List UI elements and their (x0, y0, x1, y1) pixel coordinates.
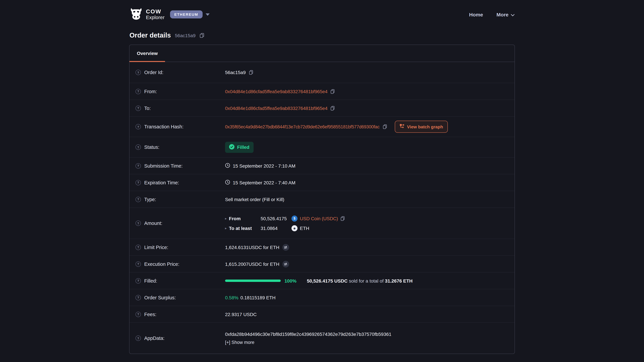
status-label: Status: (144, 144, 159, 150)
row-order-id: ? Order Id: 56ac15a9 (130, 62, 514, 83)
batch-graph-icon (399, 124, 404, 130)
help-icon[interactable]: ? (136, 278, 141, 283)
amount-label: Amount: (144, 221, 162, 226)
tab-overview[interactable]: Overview (130, 45, 165, 62)
logo-title: COW (146, 9, 164, 14)
to-address-link[interactable]: 0x04d84e1d86cfad5ffea5e9ab833276481bf965… (225, 105, 328, 111)
amount-from-value: 50,526.4175 (260, 216, 292, 221)
filled-sold-amount: 50,526.4175 USDC (307, 278, 348, 283)
row-amount-labelwrap: ? Amount: (136, 221, 225, 226)
copy-icon[interactable] (249, 70, 253, 75)
order-surplus-value: 0.18115189 ETH (240, 295, 276, 300)
row-status: ? Status: Filled (130, 137, 514, 157)
cow-explorer-logo[interactable]: COW Explorer (130, 7, 164, 21)
help-icon[interactable]: ? (136, 312, 141, 317)
nav-more-menu[interactable]: More (496, 11, 514, 17)
transaction-hash-link[interactable]: 0x35f65ec4a9d84e27bdb6844f13e7cb72d9de62… (225, 124, 380, 129)
nav-home-link[interactable]: Home (469, 11, 483, 17)
row-execution-price: ? Execution Price: 1,615.2007USDC for ET… (130, 255, 514, 272)
chevron-down-icon (511, 11, 514, 17)
type-value: Sell market order (Fill or Kill) (225, 197, 284, 202)
amount-to-value: 31.0864 (260, 225, 292, 231)
appdata-show-more[interactable]: [+] Show more (225, 340, 392, 345)
submission-time-label: Submission Time: (144, 163, 183, 168)
help-icon[interactable]: ? (136, 245, 141, 250)
row-status-labelwrap: ? Status: (136, 144, 225, 150)
copy-icon[interactable] (200, 33, 204, 38)
row-filled-labelwrap: ? Filled: (136, 278, 225, 283)
row-from-labelwrap: ? From: (136, 89, 225, 94)
help-icon[interactable]: ? (136, 221, 141, 226)
invert-price-icon[interactable] (282, 244, 289, 251)
help-icon[interactable]: ? (136, 144, 141, 150)
row-limit-labelwrap: ? Limit Price: (136, 245, 225, 250)
row-fees: ? Fees: 22.9317 USDC (130, 306, 514, 323)
filled-progress-bar (225, 280, 281, 282)
eth-token-label: ETH (300, 225, 309, 231)
network-name: ETHEREUM (174, 12, 198, 16)
main-nav: Home More (469, 11, 514, 17)
help-icon[interactable]: ? (136, 124, 141, 129)
execution-price-label: Execution Price: (144, 261, 180, 267)
triangle-right-icon: ▸ (225, 226, 226, 230)
filled-total-amount: 31.2676 ETH (385, 278, 412, 283)
page-title-row: Order details 56ac15a9 (130, 31, 514, 39)
view-batch-graph-button[interactable]: View batch graph (394, 121, 448, 133)
help-icon[interactable]: ? (136, 180, 141, 185)
amount-to-line: ▸ To at least 31.0864 ◆ ETH (225, 225, 345, 231)
help-icon[interactable]: ? (136, 336, 141, 341)
fees-value: 22.9317 USDC (225, 312, 256, 317)
help-icon[interactable]: ? (136, 89, 141, 94)
filled-summary: 50,526.4175 USDC sold for a total of 31.… (307, 278, 412, 283)
limit-price-value: 1,624.6131USDC for ETH (225, 245, 280, 250)
copy-icon[interactable] (382, 124, 387, 129)
row-filled: ? Filled: 100% 50,526.4175 USDC sold for… (130, 272, 514, 289)
help-icon[interactable]: ? (136, 163, 141, 168)
top-navbar: COW Explorer ETHEREUM Home More (130, 0, 514, 22)
order-surplus-label: Order Surplus: (144, 295, 176, 300)
limit-price-label: Limit Price: (144, 245, 168, 250)
help-icon[interactable]: ? (136, 197, 141, 202)
row-amount: ? Amount: ▸ From 50,526.4175 $ (130, 207, 514, 239)
row-from: ? From: 0x04d84e1d86cfad5ffea5e9ab833276… (130, 83, 514, 99)
row-surplus-labelwrap: ? Order Surplus: (136, 295, 225, 300)
help-icon[interactable]: ? (136, 261, 141, 267)
order-id-label: Order Id: (144, 70, 163, 75)
transaction-hash-label: Transaction Hash: (144, 124, 184, 129)
row-order-surplus: ? Order Surplus: 0.58% 0.18115189 ETH (130, 289, 514, 306)
row-expiration-time: ? Expiration Time: 15 September 2022 - 7… (130, 174, 514, 191)
expiration-time-label: Expiration Time: (144, 180, 179, 185)
appdata-value: 0xfda28b94d496c30e7bf8d159f8e2c439692657… (225, 332, 392, 337)
amount-from-line: ▸ From 50,526.4175 $ USD Coin (USDC) (225, 215, 345, 221)
help-icon[interactable]: ? (136, 70, 141, 75)
view-batch-graph-label: View batch graph (407, 124, 443, 129)
row-submission-time: ? Submission Time: 15 September 2022 - 7… (130, 157, 514, 174)
usdc-token-icon: $ (292, 215, 298, 221)
help-icon[interactable]: ? (136, 295, 141, 300)
cow-logo-icon (130, 7, 143, 21)
logo-wordmark: COW Explorer (146, 9, 164, 20)
logo-subtitle: Explorer (146, 15, 164, 20)
expiration-time-value: 15 September 2022 - 7:40 AM (233, 180, 296, 185)
usdc-token-link[interactable]: USD Coin (USDC) (300, 216, 338, 221)
invert-price-icon[interactable] (282, 261, 289, 267)
copy-icon[interactable] (330, 89, 335, 94)
help-icon[interactable]: ? (136, 105, 141, 111)
network-selector-badge[interactable]: ETHEREUM (170, 10, 202, 18)
order-details-page: COW Explorer ETHEREUM Home More Order de… (0, 0, 644, 362)
detail-rows: ? Order Id: 56ac15a9 ? From: 0x04d84e1d (130, 62, 514, 354)
network-caret-down-icon[interactable] (206, 13, 210, 15)
fees-label: Fees: (144, 312, 156, 317)
triangle-right-icon: ▸ (225, 217, 226, 220)
copy-icon[interactable] (340, 216, 345, 221)
row-limit-price: ? Limit Price: 1,624.6131USDC for ETH (130, 239, 514, 255)
eth-token-icon: ◆ (292, 225, 298, 231)
row-appdata: ? AppData: 0xfda28b94d496c30e7bf8d159f8e… (130, 323, 514, 354)
type-label: Type: (144, 197, 156, 202)
clock-icon (225, 163, 230, 169)
check-circle-icon (229, 144, 234, 150)
from-address-link[interactable]: 0x04d84e1d86cfad5ffea5e9ab833276481bf965… (225, 89, 328, 94)
copy-icon[interactable] (330, 106, 335, 110)
appdata-label: AppData: (144, 336, 164, 341)
filled-percent: 100% (284, 278, 296, 283)
